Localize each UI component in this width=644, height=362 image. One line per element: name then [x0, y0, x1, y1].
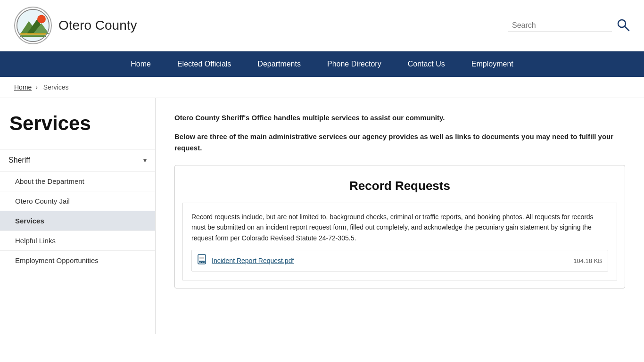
intro-text-2: Below are three of the main administrati…	[174, 132, 613, 152]
svg-line-9	[625, 26, 629, 31]
intro-text-1: Otero County Sheriff's Office handles mu…	[174, 114, 445, 122]
header: Otero County	[0, 0, 644, 51]
search-button[interactable]	[617, 18, 630, 33]
card-inner: Record requests include, but are not lim…	[182, 203, 617, 280]
chevron-down-icon: ▾	[143, 156, 147, 164]
logo-svg	[16, 8, 50, 42]
main-layout: Services Sheriff ▾ About the Department …	[0, 98, 644, 334]
breadcrumb-separator: ›	[35, 83, 38, 91]
nav-item-employment[interactable]: Employment	[458, 51, 527, 77]
nav-item-contact-us[interactable]: Contact Us	[395, 51, 458, 77]
nav-item-departments[interactable]: Departments	[244, 51, 314, 77]
breadcrumb-current: Services	[43, 83, 69, 91]
sidebar-section-label: Sheriff	[8, 156, 30, 165]
card-title: Record Requests	[175, 165, 625, 203]
sidebar-title: Services	[0, 103, 155, 149]
search-input[interactable]	[508, 19, 612, 32]
site-title: Otero County	[58, 18, 137, 33]
svg-rect-6	[20, 35, 46, 37]
sidebar-item-helpful-links[interactable]: Helpful Links	[0, 230, 155, 250]
intro-paragraph-1: Otero County Sheriff's Office handles mu…	[174, 112, 625, 123]
file-row: PDF Incident Report Request.pdf 104.18 K…	[191, 250, 608, 272]
intro-paragraph-2: Below are three of the main administrati…	[174, 131, 625, 154]
content-area: Otero County Sheriff's Office handles mu…	[156, 98, 644, 334]
breadcrumb: Home › Services	[0, 77, 644, 98]
logo-circle	[14, 7, 52, 44]
nav-item-elected-officials[interactable]: Elected Officials	[164, 51, 244, 77]
sidebar-item-services[interactable]: Services	[0, 211, 155, 230]
sidebar: Services Sheriff ▾ About the Department …	[0, 98, 156, 334]
logo-area: Otero County	[14, 7, 137, 44]
search-icon	[617, 18, 630, 32]
file-link[interactable]: Incident Report Request.pdf	[212, 257, 294, 264]
search-area	[508, 18, 630, 33]
sidebar-section-sheriff[interactable]: Sheriff ▾	[0, 149, 155, 171]
nav-item-phone-directory[interactable]: Phone Directory	[314, 51, 395, 77]
sidebar-item-employment-opportunities[interactable]: Employment Opportunities	[0, 250, 155, 270]
svg-point-4	[37, 15, 46, 24]
pdf-file-icon: PDF	[198, 254, 208, 267]
svg-rect-5	[20, 33, 46, 35]
nav-item-home[interactable]: Home	[117, 51, 164, 77]
sidebar-item-jail[interactable]: Otero County Jail	[0, 191, 155, 211]
breadcrumb-home[interactable]: Home	[14, 83, 32, 91]
svg-text:PDF: PDF	[199, 262, 204, 264]
file-left: PDF Incident Report Request.pdf	[198, 254, 294, 267]
nav-bar: Home Elected Officials Departments Phone…	[0, 51, 644, 77]
sidebar-item-about[interactable]: About the Department	[0, 171, 155, 191]
file-size: 104.18 KB	[573, 257, 602, 264]
card-text: Record requests include, but are not lim…	[191, 212, 608, 243]
record-requests-card: Record Requests Record requests include,…	[174, 165, 625, 288]
